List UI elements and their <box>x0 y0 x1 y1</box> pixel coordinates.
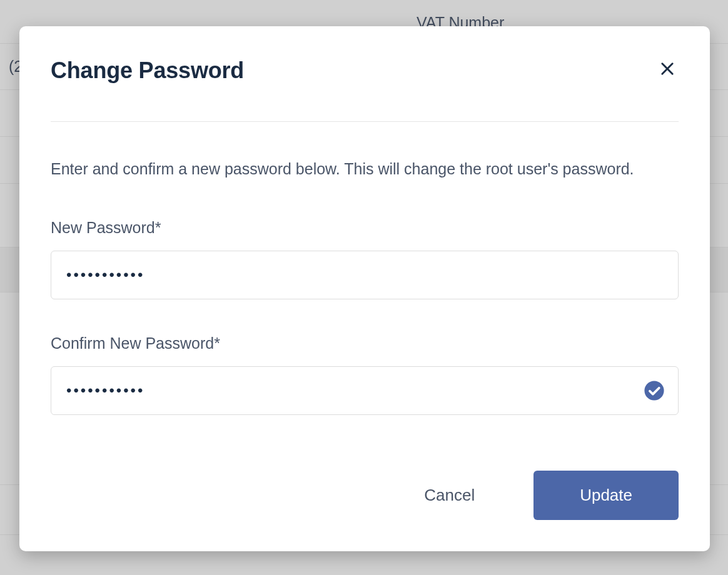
new-password-input[interactable] <box>51 251 679 299</box>
confirm-password-field-group: Confirm New Password* <box>51 334 679 415</box>
modal-title: Change Password <box>51 58 244 84</box>
svg-point-2 <box>644 381 664 400</box>
new-password-label: New Password* <box>51 219 679 237</box>
divider <box>51 121 679 122</box>
modal-footer: Cancel Update <box>51 471 679 520</box>
new-password-input-wrapper <box>51 251 679 299</box>
modal-header: Change Password <box>51 58 679 84</box>
confirm-password-input[interactable] <box>51 366 679 415</box>
cancel-button[interactable]: Cancel <box>403 471 496 520</box>
update-button[interactable]: Update <box>533 471 679 520</box>
modal-description: Enter and confirm a new password below. … <box>51 158 679 180</box>
close-icon <box>659 60 676 79</box>
check-circle-icon <box>644 380 665 401</box>
change-password-modal: Change Password Enter and confirm a new … <box>19 26 710 551</box>
close-button[interactable] <box>656 58 679 82</box>
new-password-field-group: New Password* <box>51 219 679 299</box>
confirm-password-input-wrapper <box>51 366 679 415</box>
confirm-password-label: Confirm New Password* <box>51 334 679 352</box>
